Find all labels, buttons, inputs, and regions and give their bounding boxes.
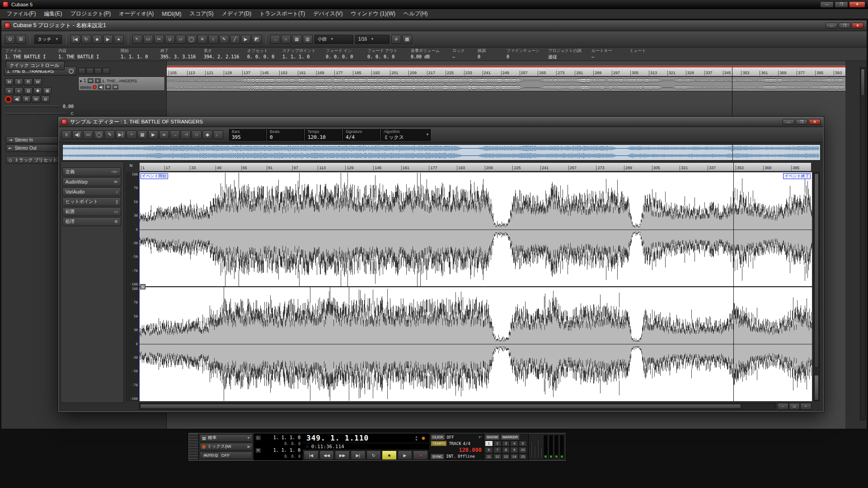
marker-button[interactable]: 4 [510,441,518,446]
snap-zero-icon[interactable]: ⊣ [181,130,191,139]
track-state-button[interactable]: R [24,78,33,85]
monitor-icon[interactable]: ◀) [13,95,21,103]
marker-button[interactable]: 1 [485,441,493,446]
quantize-dropdown[interactable]: 1/16 ▼ [355,35,389,44]
zoom-out-button[interactable]: − [777,403,788,410]
time-display[interactable]: ○ 0:11:36.114 [303,443,429,450]
marker-button[interactable]: 12 [493,454,502,460]
overview-waveform[interactable] [63,145,819,159]
activate-project-icon[interactable]: ⊙ [5,35,15,44]
marker-button[interactable]: 5 [519,441,527,446]
info-value[interactable]: 395. 3. 3.116 [160,54,204,60]
waveform-overview[interactable] [62,144,821,161]
menu-item[interactable]: デバイス(V) [309,9,347,19]
draw-icon[interactable]: ✎ [105,130,115,139]
goto-start-icon[interactable]: |◀ [70,35,80,44]
info-value[interactable]: 394. 2. 2.116 [204,54,247,60]
snap-icon[interactable]: ∩ [281,35,291,44]
editor-tab[interactable]: VariAudio ♪ [62,187,121,196]
info-value[interactable]: – [591,54,629,60]
cycle-button[interactable]: ↻ [366,450,381,460]
chevron-down-icon[interactable]: ▼ [426,133,429,137]
sample-editor-titlebar[interactable]: サンプル エディター : 1. THE BATTLE OF STRANGERS … [59,117,823,127]
info-value[interactable]: 1. THE BATTLE I [58,54,121,60]
project-setup-icon[interactable]: ⊞ [16,35,26,44]
vertical-zoom-slider[interactable] [814,375,819,400]
input-gain-icon[interactable]: ⊖ [41,95,50,103]
info-value[interactable]: 0 [478,54,507,60]
play-icon[interactable]: ▶ [148,130,158,139]
draw-tool-icon[interactable]: ✎ [219,35,229,44]
goto-start-button[interactable]: |◀ [304,450,319,460]
layout-button[interactable] [94,68,102,74]
editor-maximize-button[interactable]: ❐ [796,119,807,125]
scrub-icon[interactable]: ~ [127,130,136,139]
editor-tab[interactable]: 処理 ⚙ [62,217,121,226]
glue-tool-icon[interactable]: ∪ [165,35,175,44]
track-preset-row[interactable]: ◇ トラック プリセットな [6,156,64,164]
position-display[interactable]: 349. 1. 1.110 ▲▼ [303,433,429,443]
marker-button[interactable]: 8 [502,447,510,453]
waveform-display[interactable]: イベント開始 イベント終了 S [139,172,812,401]
sync-row[interactable]: SYNC INT. Offline [431,454,482,460]
tempo-row[interactable]: TEMPO TRACK 4/4 [431,441,482,446]
marker-button[interactable]: 9 [510,447,518,453]
layout-button[interactable] [78,68,85,74]
zoom-icon[interactable]: ◯ [94,130,104,139]
project-maximize-button[interactable]: ❐ [839,23,850,28]
erase-tool-icon[interactable]: ▱ [176,35,186,44]
track-event-waveform[interactable] [167,77,845,91]
editor-close-button[interactable]: ✕ [809,119,821,125]
record-button[interactable]: ● [413,450,428,460]
info-value[interactable]: 1. 1. 1. 0 [121,54,160,60]
info-value[interactable]: 0 [507,54,548,60]
scrollbar-thumb[interactable] [814,173,819,368]
left-locator-label[interactable]: L [256,436,261,440]
editor-minimize-button[interactable]: — [783,119,794,125]
menu-item[interactable]: ファイル(F) [3,9,40,19]
menu-item[interactable]: オーディオ(A) [115,9,158,19]
project-vertical-scrollbar[interactable] [860,67,866,420]
stop-button[interactable]: ■ [382,450,397,460]
musical-mode-icon[interactable]: ♩ [213,130,223,139]
minimize-button[interactable]: — [820,1,834,8]
info-value[interactable]: – [452,54,478,60]
menu-item[interactable]: 編集(E) [40,9,66,19]
level-fader[interactable] [540,447,542,459]
info-value[interactable]: 0. 0. 0. 0 [367,54,411,60]
color-tool-icon[interactable]: ◩ [252,35,262,44]
menu-item[interactable]: メディア(D) [217,9,255,19]
audio-track-lane[interactable] [167,76,845,91]
project-ruler[interactable]: 1051131211291371451531611691771851932012… [167,67,845,76]
lock-icon[interactable]: ⊠ [43,87,52,95]
zoom-tool-icon[interactable]: ◯ [187,35,197,44]
right-locator-value[interactable]: 1. 1. 1. 0 [262,447,300,453]
play-tool-icon[interactable]: ▶) [116,130,126,139]
marker-button[interactable]: 3 [502,441,510,446]
info-value[interactable]: 1. THE BATTLE I [5,54,58,60]
show-chip[interactable]: SHOW [485,434,500,440]
track-mute-button[interactable]: m [88,78,94,83]
editor-field[interactable]: Signature 4/4 [343,128,380,141]
automation-mode-dropdown[interactable]: ▤ 標準 ▼ [200,434,253,442]
record-enable-icon[interactable] [93,85,97,89]
zero-crossing-icon[interactable]: ◆ [202,130,212,139]
forward-button[interactable]: ▶▶ [335,450,350,460]
cycle-icon[interactable]: ↻ [81,35,91,44]
editor-tab[interactable]: ヒットポイント || [62,197,121,206]
level-scale-mode-button[interactable]: N [125,162,137,169]
project-titlebar[interactable]: Cubase 5 プロジェクト - 名称未設定1 — ❐ ✕ [1,20,867,31]
editor-tab[interactable]: 範囲 ▭ [62,207,121,216]
stop-icon[interactable]: ■ [92,35,102,44]
snap-icon[interactable]: ∩ [192,130,202,139]
marker-button[interactable]: 14 [510,454,518,460]
color-palette-icon[interactable]: ▩ [402,35,412,44]
info-value[interactable]: 1. 1. 1. 0 [282,54,326,60]
click-row[interactable]: CLICK OFF ‖* [431,434,482,440]
audition-icon[interactable]: ◀) [72,130,82,139]
editor-vertical-scrollbar[interactable] [813,172,820,401]
range-select-tool-icon[interactable]: ▭ [143,35,153,44]
volume-value[interactable]: 0.00 [63,104,74,109]
marker-button[interactable]: 11 [485,454,493,460]
solo-editor-icon[interactable]: s [61,130,71,139]
